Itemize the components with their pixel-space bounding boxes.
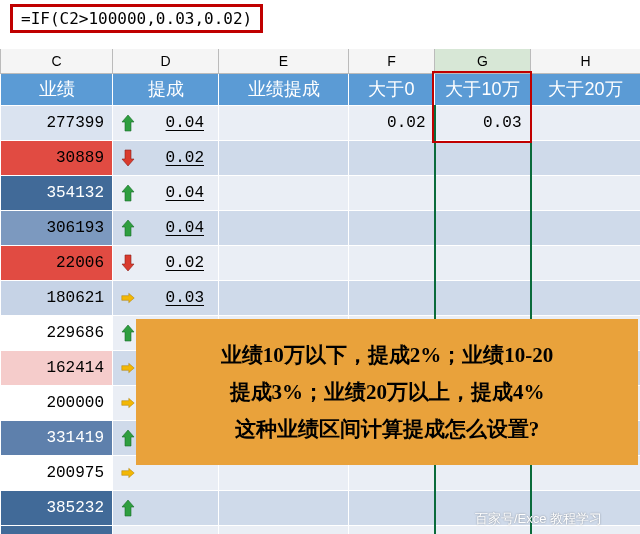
up-arrow-icon	[121, 499, 135, 517]
cell-h[interactable]	[531, 140, 641, 175]
anno-line3: 这种业绩区间计算提成怎么设置?	[146, 411, 628, 448]
cell-e[interactable]	[219, 280, 349, 315]
header-ticheng[interactable]: 提成	[113, 73, 219, 105]
formula-bar[interactable]: =IF(C2>100000,0.03,0.02)	[10, 4, 263, 33]
cell-ticheng[interactable]: 0.04	[113, 175, 219, 210]
header-yeji-ticheng[interactable]: 业绩提成	[219, 73, 349, 105]
cell-g[interactable]: 0.03	[435, 105, 531, 140]
colhead-f[interactable]: F	[349, 49, 435, 73]
cell-e[interactable]	[219, 525, 349, 534]
cell-ticheng[interactable]	[113, 490, 219, 525]
formula-text: =IF(C2>100000,0.03,0.02)	[21, 9, 252, 28]
down-arrow-icon	[121, 254, 135, 272]
cell-yeji[interactable]: 162414	[1, 350, 113, 385]
cell-yeji[interactable]: 277399	[1, 105, 113, 140]
header-row: 业绩 提成 业绩提成 大于0 大于10万 大于20万	[1, 73, 641, 105]
annotation-callout: 业绩10万以下，提成2%；业绩10-20 提成3%；业绩20万以上，提成4% 这…	[136, 319, 638, 465]
cell-e[interactable]	[219, 140, 349, 175]
colhead-e[interactable]: E	[219, 49, 349, 73]
cell-yeji[interactable]: 331419	[1, 420, 113, 455]
cell-g[interactable]	[435, 210, 531, 245]
cell-h[interactable]	[531, 245, 641, 280]
table-row: 220060.02	[1, 245, 641, 280]
down-arrow-icon	[121, 149, 135, 167]
right-arrow-icon	[121, 289, 135, 307]
ticheng-value: 0.04	[166, 219, 204, 237]
anno-line2: 提成3%；业绩20万以上，提成4%	[146, 374, 628, 411]
cell-ticheng[interactable]: 0.02	[113, 140, 219, 175]
table-row: 3061930.04	[1, 210, 641, 245]
cell-g[interactable]	[435, 140, 531, 175]
cell-h[interactable]	[531, 210, 641, 245]
cell-ticheng[interactable]: 0.04	[113, 525, 219, 534]
cell-ticheng[interactable]: 0.04	[113, 210, 219, 245]
table-row: 3541320.04	[1, 175, 641, 210]
up-arrow-icon	[121, 184, 135, 202]
cell-yeji[interactable]: 306193	[1, 210, 113, 245]
cell-f[interactable]	[349, 245, 435, 280]
column-headers-row: C D E F G H	[1, 49, 641, 73]
spreadsheet: C D E F G H 业绩 提成 业绩提成 大于0 大于10万 大于20万 2…	[0, 49, 640, 534]
colhead-d[interactable]: D	[113, 49, 219, 73]
colhead-g[interactable]: G	[435, 49, 531, 73]
cell-f[interactable]	[349, 280, 435, 315]
header-gt0[interactable]: 大于0	[349, 73, 435, 105]
cell-f[interactable]	[349, 210, 435, 245]
cell-yeji[interactable]: 30889	[1, 140, 113, 175]
cell-e[interactable]	[219, 210, 349, 245]
cell-f[interactable]	[349, 525, 435, 534]
right-arrow-icon	[121, 464, 135, 482]
cell-g[interactable]	[435, 245, 531, 280]
cell-yeji[interactable]: 200975	[1, 455, 113, 490]
cell-g[interactable]	[435, 280, 531, 315]
ticheng-value: 0.02	[166, 149, 204, 167]
header-gt10w[interactable]: 大于10万	[435, 73, 531, 105]
cell-f[interactable]	[349, 490, 435, 525]
table-row: 2773990.040.020.03	[1, 105, 641, 140]
cell-h[interactable]	[531, 175, 641, 210]
header-gt20w[interactable]: 大于20万	[531, 73, 641, 105]
cell-h[interactable]	[531, 105, 641, 140]
right-arrow-icon	[121, 359, 135, 377]
cell-ticheng[interactable]: 0.03	[113, 280, 219, 315]
ticheng-value: 0.03	[166, 289, 204, 307]
up-arrow-icon	[121, 429, 135, 447]
up-arrow-icon	[121, 114, 135, 132]
cell-yeji[interactable]: 354132	[1, 175, 113, 210]
ticheng-value: 0.04	[166, 184, 204, 202]
cell-f[interactable]: 0.02	[349, 105, 435, 140]
cell-yeji[interactable]: 180621	[1, 280, 113, 315]
ticheng-value: 0.04	[166, 114, 204, 132]
cell-g[interactable]	[435, 175, 531, 210]
table-row: 1806210.03	[1, 280, 641, 315]
cell-ticheng[interactable]: 0.02	[113, 245, 219, 280]
cell-yeji[interactable]: 22006	[1, 245, 113, 280]
header-yeji[interactable]: 业绩	[1, 73, 113, 105]
anno-line1: 业绩10万以下，提成2%；业绩10-20	[146, 337, 628, 374]
colhead-h[interactable]: H	[531, 49, 641, 73]
right-arrow-icon	[121, 394, 135, 412]
cell-ticheng[interactable]: 0.04	[113, 105, 219, 140]
colhead-c[interactable]: C	[1, 49, 113, 73]
table-row: 308890.02	[1, 140, 641, 175]
ticheng-value: 0.02	[166, 254, 204, 272]
cell-f[interactable]	[349, 140, 435, 175]
cell-e[interactable]	[219, 490, 349, 525]
cell-f[interactable]	[349, 175, 435, 210]
cell-e[interactable]	[219, 245, 349, 280]
up-arrow-icon	[121, 324, 135, 342]
cell-yeji[interactable]: 386546	[1, 525, 113, 534]
cell-e[interactable]	[219, 175, 349, 210]
cell-yeji[interactable]: 200000	[1, 385, 113, 420]
up-arrow-icon	[121, 219, 135, 237]
watermark: 百家号/Exce 教程学习	[475, 510, 602, 528]
cell-yeji[interactable]: 229686	[1, 315, 113, 350]
cell-yeji[interactable]: 385232	[1, 490, 113, 525]
cell-e[interactable]	[219, 105, 349, 140]
cell-h[interactable]	[531, 280, 641, 315]
